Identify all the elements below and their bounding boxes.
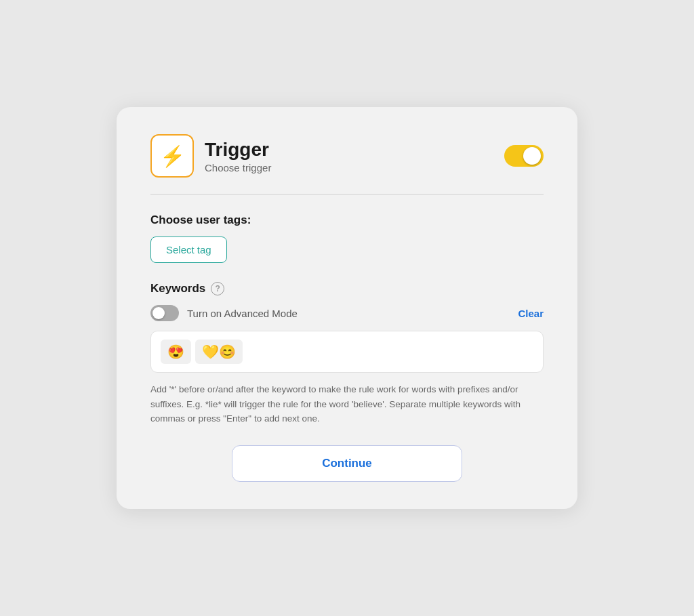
keywords-section: Keywords ? Turn on Advanced Mode Clear 😍… <box>150 282 544 426</box>
clear-button[interactable]: Clear <box>518 308 544 319</box>
keywords-hint: Add '*' before or/and after the keyword … <box>150 382 544 426</box>
advanced-mode-left: Turn on Advanced Mode <box>150 305 298 321</box>
advanced-mode-toggle[interactable] <box>150 305 179 321</box>
continue-button[interactable]: Continue <box>232 445 462 482</box>
keywords-input-area[interactable]: 😍 💛😊 <box>150 331 544 373</box>
advanced-mode-label: Turn on Advanced Mode <box>187 308 298 319</box>
keyword-tag-1: 😍 <box>161 340 191 364</box>
select-tag-button[interactable]: Select tag <box>150 237 227 263</box>
toggle-thumb <box>523 147 541 165</box>
user-tags-label: Choose user tags: <box>150 213 544 227</box>
advanced-toggle-thumb <box>152 307 165 319</box>
trigger-card: ⚡ Trigger Choose trigger Choose user tag… <box>117 107 577 509</box>
keywords-label: Keywords <box>150 282 205 295</box>
lightning-icon: ⚡ <box>160 144 185 168</box>
card-header: ⚡ Trigger Choose trigger <box>150 134 544 178</box>
keyword-tag-2: 💛😊 <box>195 340 243 364</box>
user-tags-section: Choose user tags: Select tag <box>150 213 544 282</box>
header-text: Trigger Choose trigger <box>205 139 271 173</box>
header-divider <box>150 194 544 194</box>
advanced-mode-row: Turn on Advanced Mode Clear <box>150 305 544 321</box>
main-toggle[interactable] <box>504 145 544 167</box>
page-subtitle: Choose trigger <box>205 162 271 173</box>
page-title: Trigger <box>205 139 271 161</box>
header-left: ⚡ Trigger Choose trigger <box>150 134 271 178</box>
help-icon[interactable]: ? <box>211 282 224 295</box>
keywords-header: Keywords ? <box>150 282 544 295</box>
trigger-icon-box: ⚡ <box>150 134 194 178</box>
toggle-track <box>504 145 544 167</box>
